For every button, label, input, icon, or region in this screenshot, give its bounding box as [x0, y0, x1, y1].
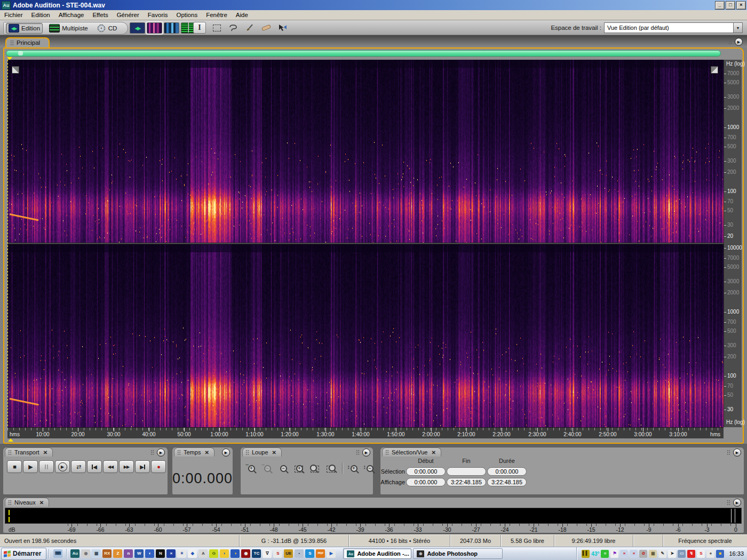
tray-network-x2-icon[interactable]: × — [630, 550, 638, 558]
rewind-button[interactable]: ◀◀ — [103, 460, 118, 473]
zoom-to-selection-button[interactable]: + — [292, 461, 306, 475]
zoom-in-horizontal-button[interactable]: +↔ — [244, 461, 258, 475]
go-to-start-button[interactable]: ◀ — [87, 460, 102, 473]
quicklaunch-diamond-icon[interactable]: ◆ — [188, 549, 197, 558]
tray-stylus-icon[interactable]: ✎ — [658, 550, 666, 558]
quicklaunch-green-icon[interactable]: G — [209, 549, 218, 558]
minimize-button[interactable]: _ — [715, 1, 725, 10]
menu-item-effets[interactable]: Effets — [88, 12, 112, 18]
edition-mode-button[interactable]: ◀▶Edition — [6, 23, 43, 34]
quicklaunch-eye-icon[interactable]: ◉ — [241, 549, 250, 558]
spectral-view-icon[interactable] — [147, 22, 162, 34]
taskbar-window-photoshop[interactable]: ◉Adobe Photoshop — [413, 548, 503, 559]
play-button[interactable]: ▶ — [23, 460, 38, 473]
quicklaunch-a-icon[interactable]: A — [198, 549, 208, 558]
zoom-selection-left-button[interactable] — [308, 461, 322, 475]
menu-item-fenêtre[interactable]: Fenêtre — [202, 12, 232, 18]
close-icon[interactable]: ✕ — [431, 450, 435, 455]
quicklaunch-star-icon[interactable]: ✶ — [177, 549, 186, 558]
play-from-cursor-button[interactable]: ▶ — [55, 460, 70, 473]
quicklaunch-keyboard-icon[interactable]: ⌨ — [53, 549, 62, 558]
record-button[interactable]: ● — [151, 460, 166, 473]
quicklaunch-compass-icon[interactable]: ∇ — [263, 549, 272, 558]
quicklaunch-sphere-icon[interactable]: ◉ — [81, 549, 90, 558]
selection-field-affichage-2[interactable]: 3:22:48.185 — [487, 478, 527, 486]
display-range-handle-right[interactable] — [711, 66, 718, 74]
menu-item-options[interactable]: Options — [172, 12, 202, 18]
loop-play-button[interactable]: ⇄ — [71, 460, 86, 473]
panel-menu-icon[interactable]: ▶ — [735, 38, 743, 46]
selection-view-panel-tab[interactable]: Sélection/Vue ✕ — [382, 447, 441, 457]
quicklaunch-audition-icon[interactable]: Au — [70, 549, 80, 558]
stop-button[interactable]: ■ — [7, 460, 22, 473]
title-bar[interactable]: Au Adobe Audition - STE-004.wav _ □ × — [0, 0, 747, 10]
selection-field-sélection-0[interactable]: 0:00.000 — [406, 467, 446, 476]
close-icon[interactable]: ✕ — [39, 500, 44, 506]
effects-paintbrush-tool-icon[interactable] — [244, 22, 256, 33]
taskbar-window-audition[interactable]: AuAdobe Audition -... — [343, 548, 411, 559]
time-selection-tool-icon[interactable]: I — [193, 22, 206, 34]
zoom-navigation-bar[interactable] — [6, 50, 721, 57]
menu-item-edition[interactable]: Edition — [27, 12, 54, 18]
quicklaunch-ue-icon[interactable]: UE — [284, 549, 293, 558]
panel-menu-icon[interactable]: ▶ — [362, 449, 370, 457]
selection-field-affichage-1[interactable]: 3:22:48.185 — [447, 478, 486, 486]
playhead-bottom-marker[interactable] — [8, 438, 13, 442]
level-meter[interactable] — [5, 508, 742, 524]
chevron-down-icon[interactable]: ▼ — [733, 23, 742, 33]
display-range-handle-left[interactable] — [12, 66, 19, 74]
quicklaunch-s-swirl-icon[interactable]: S — [305, 549, 314, 558]
quicklaunch-word-icon[interactable]: W — [134, 549, 144, 558]
levels-panel-tab[interactable]: Niveaux ✕ — [5, 498, 49, 507]
tray-network-x1-icon[interactable]: × — [620, 550, 628, 558]
tray-meter-icon[interactable]: ▍▍ — [582, 550, 590, 558]
pause-button[interactable] — [39, 460, 54, 473]
zoom-in-vertical-button[interactable]: +↕ — [346, 461, 361, 475]
quicklaunch-globe1-icon[interactable]: ◐ — [220, 549, 229, 558]
quicklaunch-planet-icon[interactable]: ◐ — [145, 549, 154, 558]
scrub-tool-icon[interactable] — [277, 22, 289, 33]
quicklaunch-x-tool-icon[interactable]: × — [166, 549, 176, 558]
menu-item-favoris[interactable]: Favoris — [144, 12, 172, 18]
workspace-dropdown[interactable]: Vue Edition (par défaut) ▼ — [604, 22, 743, 33]
restore-button[interactable]: □ — [726, 1, 735, 10]
zoom-out-horizontal-button[interactable]: −↔ — [260, 461, 274, 475]
lasso-selection-tool-icon[interactable] — [227, 22, 239, 33]
tray-folder-icon[interactable]: ■ — [716, 550, 724, 558]
panel-menu-icon[interactable]: ▶ — [733, 449, 741, 457]
cd-mode-button[interactable]: CD — [94, 24, 120, 33]
zoom-selection-right-button[interactable] — [324, 461, 338, 475]
tray-flag-icon[interactable]: ⚑ — [610, 550, 618, 558]
multipiste-mode-button[interactable]: Multipiste — [47, 23, 90, 33]
quicklaunch-tc-icon[interactable]: TC — [252, 549, 261, 558]
frequency-axis[interactable]: 7000500030002000100070050030020010070503… — [724, 60, 742, 427]
selection-field-sélection-1[interactable] — [447, 467, 486, 476]
close-button[interactable]: × — [736, 1, 746, 10]
quicklaunch-sbp-icon[interactable]: S — [273, 549, 282, 558]
tray-disk-icon[interactable]: ▦ — [649, 550, 657, 558]
spectrogram-left-channel[interactable] — [7, 60, 724, 243]
spot-healing-brush-tool-icon[interactable] — [260, 22, 272, 33]
close-icon[interactable]: ✕ — [204, 450, 209, 455]
selection-field-affichage-0[interactable]: 0:00.000 — [406, 478, 446, 486]
quicklaunch-folder-z-icon[interactable]: Z — [113, 549, 122, 558]
quicklaunch-calculator-icon[interactable]: ▦ — [92, 549, 101, 558]
quicklaunch-n-icon[interactable]: N — [156, 549, 165, 558]
quicklaunch-rx-icon[interactable]: RX — [102, 549, 112, 558]
waveform-view-icon[interactable]: ◀▶ — [130, 22, 145, 34]
spectrogram-right-channel[interactable] — [7, 244, 724, 427]
panel-menu-icon[interactable]: ▶ — [733, 499, 741, 507]
playhead-cursor[interactable] — [7, 60, 8, 427]
tray-blocked-icon[interactable]: ⊘ — [639, 550, 647, 558]
tray-lightning-icon[interactable]: ↯ — [687, 550, 695, 558]
tray-monitor-icon[interactable]: ▭ — [678, 550, 686, 558]
tray-mouse-icon[interactable]: ● — [706, 550, 714, 558]
close-icon[interactable]: ✕ — [272, 450, 276, 455]
time-ruler[interactable]: 10:0020:0030:0040:0050:001:00:001:10:001… — [7, 427, 724, 438]
quicklaunch-media-player-icon[interactable]: ▶ — [327, 549, 336, 558]
selection-field-sélection-2[interactable]: 0:00.000 — [487, 467, 527, 476]
panel-menu-icon[interactable]: ▶ — [157, 449, 165, 457]
menu-item-fichier[interactable]: Fichier — [0, 12, 27, 18]
transport-panel-tab[interactable]: Transport ✕ — [5, 447, 53, 457]
tray-cursor-icon[interactable]: ➤ — [668, 550, 676, 558]
